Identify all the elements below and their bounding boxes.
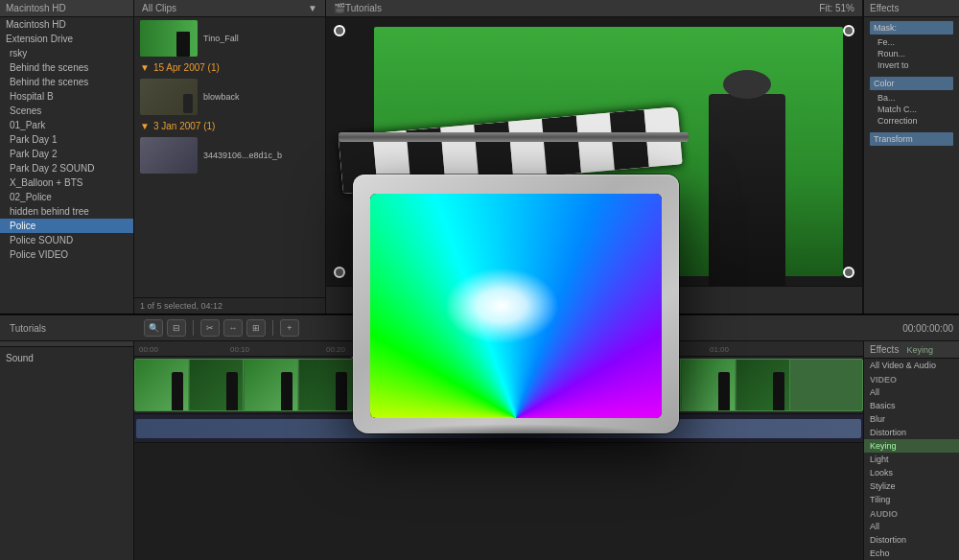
lib-item-behind2[interactable]: Behind the scenes [0,75,133,89]
corner-handle-tl[interactable] [334,25,345,36]
lib-item-hidden[interactable]: hidden behind tree [0,204,133,219]
date-group-jan-chevron[interactable]: ▼ [140,121,150,131]
effects-right-label: Effects [870,3,899,13]
effect-light[interactable]: Light [864,453,959,466]
color-header[interactable]: Color [870,77,953,90]
frame-6 [409,360,462,410]
date-group-chevron[interactable]: ▼ [140,62,150,73]
timeline-track-video[interactable] [134,357,863,414]
clips-panel: All Clips ▼ Tino_Fall ▼ 15 Apr 2007 (1) [134,0,326,314]
lib-item-rsky[interactable]: rsky [0,46,133,60]
effect-blur[interactable]: Blur [864,412,959,426]
toolbar-sep1 [193,320,194,336]
settings-button[interactable]: ⚙ [661,291,681,310]
drive-item-hd[interactable]: Macintosh HD [0,17,133,32]
frame-8 [518,360,572,410]
preview-viewport[interactable] [326,17,862,286]
tl-clip-tinofall[interactable] [134,359,863,411]
effect-stylize[interactable]: Stylize [864,479,959,493]
play-button[interactable]: ▶ [536,291,554,310]
clips-header: All Clips ▼ [134,0,325,17]
lib-item-parkday2[interactable]: Park Day 2 [0,147,133,161]
skip-forward-button[interactable]: ⏭ [562,291,583,310]
toolbar-trim[interactable]: ✂ [200,319,220,337]
ruler-time-0: 00:00 [139,345,158,354]
lib-item-policevideo[interactable]: Police VIDEO [0,247,133,262]
preview-controls: ⏮ ▶ ⏭ 🔊 ⚙ [326,286,862,314]
library-header-label: Macintosh HD [6,3,66,13]
effect-item-invert[interactable]: Invert to [870,59,953,71]
bottom-section: Sound 00:00 00:10 00:20 00:30 00:40 00:5… [0,341,959,560]
clip-item-blowback[interactable]: blowback [134,76,325,118]
timeline-track-audio[interactable] [134,414,863,443]
clip-item-street[interactable]: 34439106...e8d1c_b [134,134,325,176]
transform-header[interactable]: Transform [870,132,953,146]
audio-clip[interactable] [136,419,861,438]
lib-item-behind1[interactable]: Behind the scenes [0,60,133,75]
effect-tiling[interactable]: Tiling [864,493,959,506]
lib-item-xballoon[interactable]: X_Balloon + BTS [0,175,133,190]
clip-item-tinofall[interactable]: Tino_Fall [134,17,325,59]
effect-distortion[interactable]: Distortion [864,426,959,439]
toolbar-zoom-in[interactable]: 🔍 [144,319,163,337]
audio-category: AUDIO [864,506,959,520]
effect-video-all[interactable]: All [864,385,959,399]
preview-person [709,94,785,286]
effect-item-fe[interactable]: Fe... [870,36,953,48]
effect-item-roun[interactable]: Roun... [870,48,953,59]
ruler-time-6: 01:00 [710,345,729,354]
skip-back-button[interactable]: ⏮ [507,291,528,310]
effect-looks[interactable]: Looks [864,466,959,479]
toolbar-transform[interactable]: ⊞ [246,319,266,337]
corner-handle-tr[interactable] [843,25,854,36]
effects-br-tab[interactable]: Keying [906,345,933,355]
toolbar-sep2 [272,320,273,336]
effect-audio-distortion[interactable]: Distortion [864,533,959,547]
lib-item-parkday2sound[interactable]: Park Day 2 SOUND [0,161,133,175]
effects-right-panel: Effects Mask: Fe... Roun... Invert to Co… [863,0,959,314]
effect-filter-all[interactable]: All Video & Audio [864,359,959,372]
toolbar-position[interactable]: ↔ [223,319,243,337]
library-header: Macintosh HD [0,0,133,17]
ruler-time-1: 00:10 [230,345,249,354]
effect-item-correction[interactable]: Correction [870,115,953,127]
ruler-time-2: 00:20 [326,345,345,354]
frame-9 [573,360,626,410]
preview-title: Tutorials [345,3,382,13]
toolbar-time: 00:00:00:00 [902,323,953,334]
clip-label-blowback: blowback [203,92,240,102]
date-group-apr: ▼ 15 Apr 2007 (1) [134,59,325,76]
lib-item-02police[interactable]: 02_Police [0,190,133,204]
playhead[interactable] [353,357,355,413]
timeline-section: 00:00 00:10 00:20 00:30 00:40 00:50 01:0… [134,341,863,560]
clips-sort-icon[interactable]: ▼ [308,3,317,13]
frame-10 [627,360,681,410]
effect-item-ba[interactable]: Ba... [870,92,953,104]
preview-panel: 🎬 Tutorials Fit: 51% ⏮ ▶ ⏭ [326,0,863,314]
ruler-time-4: 00:40 [518,345,537,354]
effect-basics[interactable]: Basics [864,399,959,412]
volume-icon[interactable]: 🔊 [591,291,615,310]
lib-item-police[interactable]: Police [0,219,133,233]
lib-item-policesound[interactable]: Police SOUND [0,233,133,247]
toolbar-add-fx[interactable]: + [280,319,299,337]
frame-3 [245,360,298,410]
lib-item-01park[interactable]: 01_Park [0,118,133,132]
effects-br-label: Effects [870,344,899,355]
date-group-jan-label: 3 Jan 2007 (1) [153,121,216,131]
effect-echo[interactable]: Echo [864,547,959,560]
frame-2 [190,360,244,410]
effect-section-transform: Transform [864,128,959,150]
effect-keying[interactable]: Keying [864,439,959,453]
mask-header[interactable]: Mask: [870,21,953,35]
lib-item-scenes[interactable]: Scenes [0,104,133,118]
selection-info: 1 of 5 selected, 04:12 [134,297,325,314]
effect-audio-all[interactable]: All [864,520,959,533]
frame-5 [354,360,408,410]
lib-item-parkday1[interactable]: Park Day 1 [0,132,133,147]
fit-label: Fit: 51% [819,3,854,13]
drive-item-ext[interactable]: Extension Drive [0,32,133,46]
lib-item-hospital[interactable]: Hospital B [0,89,133,104]
effect-item-matchc[interactable]: Match C... [870,104,953,115]
toolbar-zoom-out[interactable]: ⊟ [167,319,186,337]
